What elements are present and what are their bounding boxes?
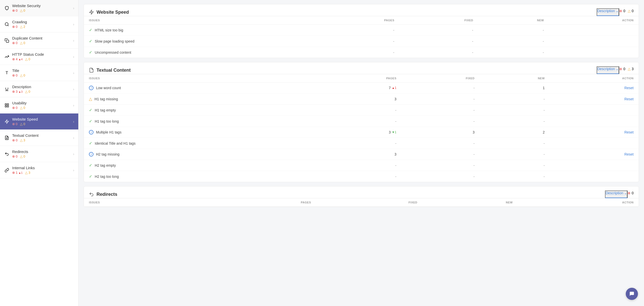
error-circle-icon: ⊗ [12,41,15,45]
website-speed-description-btn[interactable]: Description ⌄ [597,8,619,16]
chevron-right-icon: › [73,6,74,10]
col-new-ws: NEW [478,16,549,25]
redirects-description-btn[interactable]: Description ⌄ [605,190,628,198]
svg-rect-5 [7,106,9,107]
error-circle-icon: ⊗ [619,67,622,71]
svg-rect-3 [5,104,6,105]
doc-section-icon [89,68,94,73]
error-circle-icon: ⊗ [12,106,15,110]
chevron-right-icon: › [73,152,74,156]
chevron-right-icon: › [73,136,74,140]
sidebar-item-label: Crawling [12,20,71,24]
chevron-right-icon: › [73,87,74,91]
sidebar-item-website-speed[interactable]: Website Speed ⊗ 0 △ 0 › [0,113,78,130]
error-circle-icon: ⊗ [12,57,15,61]
sidebar-item-title[interactable]: T Title ⊗ 0 △ 0 › [0,65,78,81]
check-circle-icon: ✓ [89,28,92,32]
reset-button[interactable]: Reset [624,86,634,90]
ws-error-badge: ⊗ 0 [619,9,625,13]
warn-badge: △ 0 [20,41,25,45]
check-circle-icon: ✓ [89,39,92,44]
sidebar-item-label: Description [12,85,71,89]
sidebar-item-duplicate-content[interactable]: Duplicate Content ⊗ 0 △ 0 › [0,32,78,49]
warn-badge: △ 0 [20,106,25,110]
table-row: ✓H2 tag too long - - - [84,171,639,182]
warn-badge: △ 3 [25,171,30,175]
website-speed-title: Website Speed [97,10,592,15]
check-circle-icon: ✓ [89,174,92,179]
col-issues-tc: ISSUES [84,74,318,83]
sidebar-item-http-status-code[interactable]: HTTP Status Code ⊗ 4 ▲4 △ 0 › [0,49,78,65]
reset-button[interactable]: Reset [624,152,634,156]
sidebar-item-description[interactable]: Description ⊗ 3 ▲3 △ 0 › [0,81,78,97]
reset-button[interactable]: Reset [624,130,634,134]
website-speed-section: Website Speed Description ⌄ ⊗ 0 △ 0 ISSU… [84,4,639,58]
warn-triangle-icon: △ [25,171,28,175]
error-badge: ⊗ 3 ▲3 [12,90,23,93]
chevron-down-icon: ⌄ [616,9,619,13]
table-row: iH2 tag missing 3 - - Reset [84,149,639,160]
error-circle-icon: ⊗ [12,171,15,175]
col-new-redir: NEW [422,198,518,207]
info-circle-icon: i [89,86,93,90]
sidebar-item-redirects[interactable]: Redirects ⊗ 0 △ 0 › [0,146,78,162]
error-badge: ⊗ 0 [12,41,17,45]
table-row: iMultiple H1 tags 3 ▼1 3 2 Reset [84,127,639,138]
warn-badge: △ 2 [20,25,25,29]
warn-badge: △ 0 [25,57,30,61]
error-badge: ⊗ 0 [12,25,17,29]
col-action-redir: ACTION [518,198,639,207]
info-circle-icon: i [89,130,93,135]
sidebar-item-textual-content[interactable]: Textual Content ⊗ 0 △ 3 › [0,130,78,146]
chat-button[interactable] [626,288,638,300]
textual-content-table: ISSUES PAGES FIXED NEW ACTION iLow word … [84,74,639,182]
speed-section-icon [89,10,94,15]
col-fixed-ws: FIXED [399,16,478,25]
col-pages-ws: PAGES [315,16,399,25]
sidebar-item-usability[interactable]: Usability ⊗ 0 △ 0 › [0,97,78,113]
sidebar-item-internal-links[interactable]: Internal Links ⊗ 1 ▲1 △ 3 › [0,162,78,178]
error-circle-icon: ⊗ [12,155,15,158]
chevron-right-icon: › [73,120,74,124]
link-icon [4,167,10,173]
svg-point-0 [5,23,8,26]
check-circle-icon: ✓ [89,163,92,168]
error-badge: ⊗ 1 ▲1 [12,171,23,175]
table-row: ✓Identical Title and H1 tags - - - [84,138,639,149]
info-circle-icon: i [89,152,93,157]
error-badge: ⊗ 0 [12,122,17,126]
warn-triangle-icon: △ [20,106,23,110]
textual-content-header: Textual Content Description ⌄ ⊗ 0 △ 3 [84,62,639,74]
sidebar-item-website-security[interactable]: Website Security ⊗ 0 △ 0 › [0,0,78,16]
check-circle-icon: ✓ [89,141,92,146]
sidebar: Website Security ⊗ 0 △ 0 › Crawling ⊗ [0,0,79,306]
chevron-right-icon: › [73,71,74,75]
chevron-down-icon: ⌄ [616,67,619,71]
textual-content-title: Textual Content [97,68,592,73]
warn-badge: △ 0 [20,73,25,77]
reset-button[interactable]: Reset [624,97,634,101]
chevron-right-icon: › [73,22,74,26]
sidebar-item-label: Usability [12,101,71,105]
error-circle-icon: ⊗ [12,25,15,29]
search-icon [4,22,10,27]
grid-icon [4,103,10,108]
warn-badge: △ 3 [20,138,25,142]
error-circle-icon: ⊗ [12,122,15,126]
textual-content-section: Textual Content Description ⌄ ⊗ 0 △ 3 IS… [84,62,639,182]
error-circle-icon: ⊗ [12,9,15,12]
textual-content-description-btn[interactable]: Description ⌄ [597,66,619,74]
sidebar-item-crawling[interactable]: Crawling ⊗ 0 △ 2 › [0,16,78,32]
sidebar-item-label: Duplicate Content [12,36,71,40]
error-circle-icon: ⊗ [12,138,15,142]
check-circle-icon: ✓ [89,50,92,55]
redirects-section: Redirects Description ⌄ ⊗ 0 ISSUES PAGES… [84,186,639,207]
redirects-table: ISSUES PAGES FIXED NEW ACTION [84,198,639,207]
tc-error-badge: ⊗ 0 [619,67,625,71]
table-row: ✓HTML size too big - - - [84,25,639,36]
chevron-right-icon: › [73,103,74,107]
warn-triangle-icon: △ [20,73,23,77]
error-circle-icon: ⊗ [12,90,15,93]
redirect-section-icon [89,192,94,197]
error-badge: ⊗ 0 [12,73,17,77]
